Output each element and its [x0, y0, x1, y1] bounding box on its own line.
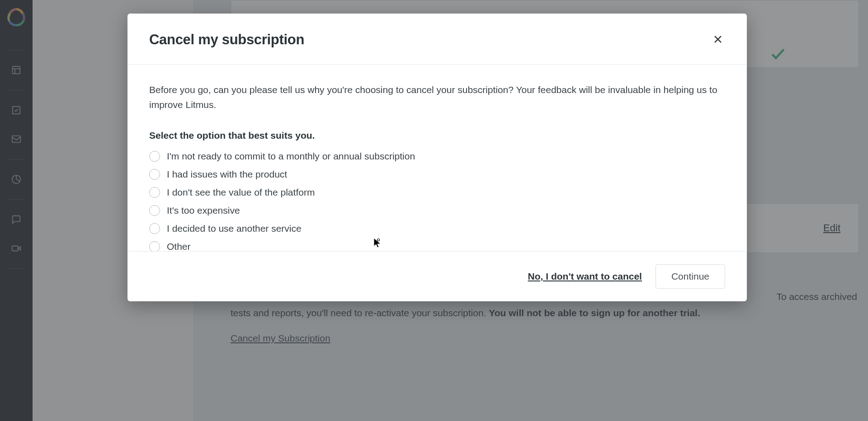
close-icon	[712, 39, 723, 46]
radio-label: I'm not ready to commit to a monthly or …	[167, 151, 415, 162]
cancel-reason-option[interactable]: I decided to use another service	[149, 223, 725, 234]
close-button[interactable]	[711, 32, 725, 48]
radio-icon	[149, 187, 160, 198]
radio-label: I don't see the value of the platform	[167, 187, 315, 198]
no-cancel-button[interactable]: No, I don't want to cancel	[528, 271, 642, 282]
radio-label: Other	[167, 241, 191, 251]
cancel-reason-option[interactable]: It's too expensive	[149, 205, 725, 216]
radio-label: It's too expensive	[167, 205, 240, 216]
continue-button[interactable]: Continue	[656, 264, 725, 289]
modal-title: Cancel my subscription	[149, 32, 304, 48]
cancel-reason-option[interactable]: I don't see the value of the platform	[149, 187, 725, 198]
radio-icon	[149, 151, 160, 162]
radio-icon	[149, 223, 160, 234]
radio-icon	[149, 169, 160, 180]
cancel-reason-option[interactable]: I had issues with the product	[149, 169, 725, 180]
modal-body: Before you go, can you please tell us wh…	[127, 65, 747, 251]
modal-header: Cancel my subscription	[127, 14, 747, 65]
radio-icon	[149, 205, 160, 216]
modal-footer: No, I don't want to cancel Continue	[127, 251, 747, 301]
modal-intro-text: Before you go, can you please tell us wh…	[149, 83, 725, 112]
radio-label: I decided to use another service	[167, 223, 302, 234]
cancel-reason-option[interactable]: Other	[149, 241, 725, 251]
select-heading: Select the option that best suits you.	[149, 130, 725, 141]
radio-label: I had issues with the product	[167, 169, 287, 180]
cancel-reason-option[interactable]: I'm not ready to commit to a monthly or …	[149, 151, 725, 162]
cancel-subscription-modal: Cancel my subscription Before you go, ca…	[127, 14, 747, 301]
radio-icon	[149, 241, 160, 251]
